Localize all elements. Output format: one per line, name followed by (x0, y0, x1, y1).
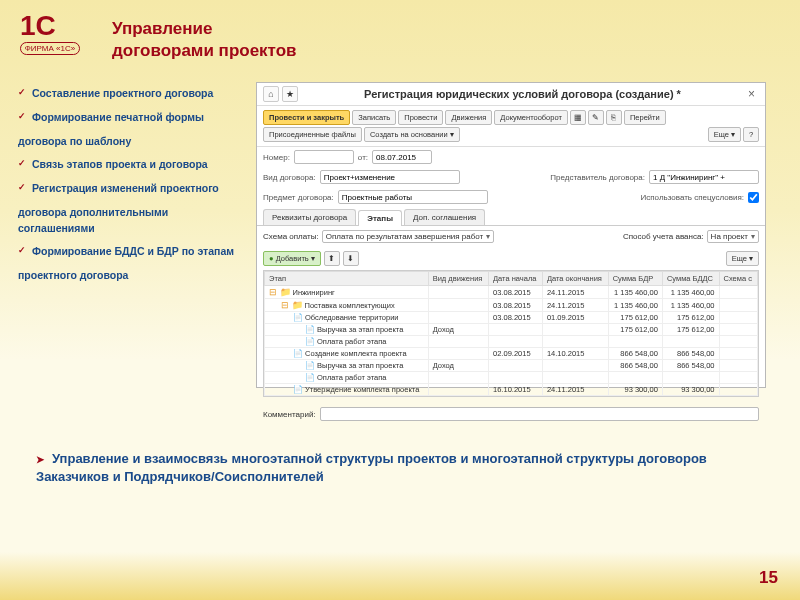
logo-subtitle: ФИРМА «1С» (20, 42, 80, 55)
bullet-3: Связь этапов проекта и договора (18, 157, 246, 173)
help-button[interactable]: ? (743, 127, 759, 142)
table-row[interactable]: ⊟ 📁Поставка комплектующих03.08.201524.11… (265, 299, 758, 312)
ot-input[interactable] (372, 150, 432, 164)
doc-icon: 📄 (293, 349, 303, 358)
shema-dropdown[interactable]: Оплата по результатам завершения работ (322, 230, 495, 243)
bullet-5-sub: проектного договора (18, 268, 246, 284)
table-row[interactable]: 📄Обследование территории03.08.201501.09.… (265, 312, 758, 324)
documentooborot-button[interactable]: Документооборот (494, 110, 568, 125)
specials-label: Использовать спецусловия: (641, 193, 744, 202)
grid-toolbar: ● Добавить ▾ ⬆ ⬇ Еще ▾ (257, 247, 765, 270)
add-button[interactable]: ● Добавить ▾ (263, 251, 321, 266)
form-row-1: Номер: от: (257, 147, 765, 167)
row-name: Оплата работ этапа (317, 373, 386, 382)
main-toolbar: Провести и закрыть Записать Провести Дви… (257, 106, 765, 147)
bullet-4-sub: договора дополнительными соглашениями (18, 205, 246, 237)
folder-icon: ⊟ 📁 (269, 287, 291, 297)
comment-row: Комментарий: (257, 403, 765, 425)
row-name: Утверждение комплекта проекта (305, 385, 419, 394)
table-row[interactable]: 📄Оплата работ этапа (265, 372, 758, 384)
specials-checkbox[interactable] (748, 192, 759, 203)
star-icon[interactable]: ★ (282, 86, 298, 102)
sposob-dropdown[interactable]: На проект (707, 230, 759, 243)
tab-rekvizity[interactable]: Реквизиты договора (263, 209, 356, 225)
grid-icon-2[interactable]: ⬇ (343, 251, 359, 266)
doc-icon: 📄 (293, 313, 303, 322)
ot-label: от: (358, 153, 368, 162)
doc-icon: 📄 (305, 325, 315, 334)
num-input[interactable] (294, 150, 354, 164)
col-header[interactable]: Дата окончания (542, 272, 608, 286)
bullet-4: Регистрация изменений проектного (18, 181, 246, 197)
stages-grid[interactable]: ЭтапВид движенияДата началаДата окончани… (263, 270, 759, 397)
form-row-3: Предмет договора: Использовать спецуслов… (257, 187, 765, 207)
bullet-5: Формирование БДДС и БДР по этапам (18, 244, 246, 260)
doc-icon: 📄 (305, 373, 315, 382)
toolbar-icon-3[interactable]: ⎘ (606, 110, 622, 125)
bottom-bullet: Управление и взаимосвязь многоэтапной ст… (36, 450, 770, 486)
row-name: Выручка за этап проекта (317, 361, 403, 370)
provest-button[interactable]: Провести (398, 110, 443, 125)
comment-input[interactable] (320, 407, 759, 421)
predst-input[interactable] (649, 170, 759, 184)
logo-text: 1C (20, 12, 80, 40)
folder-icon: ⊟ 📁 (281, 300, 303, 310)
tab-etapy[interactable]: Этапы (358, 210, 402, 226)
col-header[interactable]: Схема с (719, 272, 757, 286)
col-header[interactable]: Сумма БДДС (662, 272, 719, 286)
bullet-1: Составление проектного договора (18, 86, 246, 102)
col-header[interactable]: Этап (265, 272, 429, 286)
doc-icon: 📄 (305, 361, 315, 370)
title-line-2: договорами проектов (112, 41, 297, 60)
table-row[interactable]: 📄Выручка за этап проектаДоход175 612,001… (265, 324, 758, 336)
doc-icon: 📄 (293, 385, 303, 394)
vid-input[interactable] (320, 170, 460, 184)
col-header[interactable]: Дата начала (489, 272, 543, 286)
row-name: Обследование территории (305, 313, 399, 322)
doc-icon: 📄 (305, 337, 315, 346)
sidebar-bullets: Составление проектного договора Формиров… (18, 86, 246, 292)
window-header: ⌂ ★ Регистрация юридических условий дого… (257, 83, 765, 106)
sozdat-button[interactable]: Создать на основании ▾ (364, 127, 460, 142)
dvizheniya-button[interactable]: Движения (445, 110, 492, 125)
row-name: Инжиниринг (293, 288, 335, 297)
bullet-2-sub: договора по шаблону (18, 134, 246, 150)
grid-icon-1[interactable]: ⬆ (324, 251, 340, 266)
predmet-label: Предмет договора: (263, 193, 334, 202)
grid-eshe-button[interactable]: Еще ▾ (726, 251, 759, 266)
tab-dop[interactable]: Доп. соглашения (404, 209, 485, 225)
vid-label: Вид договора: (263, 173, 316, 182)
page-number: 15 (759, 568, 778, 588)
predmet-input[interactable] (338, 190, 488, 204)
col-header[interactable]: Сумма БДР (608, 272, 662, 286)
table-row[interactable]: 📄Утверждение комплекта проекта16.10.2015… (265, 384, 758, 396)
row-name: Выручка за этап проекта (317, 325, 403, 334)
subtoolbar: Схема оплаты: Оплата по результатам заве… (257, 226, 765, 247)
eshe-button[interactable]: Еще ▾ (708, 127, 741, 142)
pereyti-button[interactable]: Перейти (624, 110, 666, 125)
logo: 1C ФИРМА «1С» (20, 12, 80, 55)
row-name: Создание комплекта проекта (305, 349, 407, 358)
zapisat-button[interactable]: Записать (352, 110, 396, 125)
form-row-2: Вид договора: Представитель договора: (257, 167, 765, 187)
col-header[interactable]: Вид движения (428, 272, 488, 286)
row-name: Поставка комплектующих (305, 301, 395, 310)
close-icon[interactable]: × (744, 87, 759, 101)
provesti-button[interactable]: Провести и закрыть (263, 110, 350, 125)
table-row[interactable]: 📄Оплата работ этапа (265, 336, 758, 348)
row-name: Оплата работ этапа (317, 337, 386, 346)
window-title: Регистрация юридических условий договора… (301, 88, 744, 100)
toolbar-icon-1[interactable]: ▦ (570, 110, 586, 125)
tabs: Реквизиты договора Этапы Доп. соглашения (257, 209, 765, 226)
bullet-2: Формирование печатной формы (18, 110, 246, 126)
table-row[interactable]: ⊟ 📁Инжиниринг03.08.201524.11.20151 135 4… (265, 286, 758, 299)
sposob-label: Способ учета аванса: (623, 232, 704, 241)
slide-title: Управление договорами проектов (112, 18, 297, 62)
prisoed-button[interactable]: Присоединенные файлы (263, 127, 362, 142)
table-row[interactable]: 📄Создание комплекта проекта02.09.201514.… (265, 348, 758, 360)
comment-label: Комментарий: (263, 410, 316, 419)
toolbar-icon-2[interactable]: ✎ (588, 110, 604, 125)
title-line-1: Управление (112, 19, 212, 38)
home-icon[interactable]: ⌂ (263, 86, 279, 102)
table-row[interactable]: 📄Выручка за этап проектаДоход866 548,008… (265, 360, 758, 372)
